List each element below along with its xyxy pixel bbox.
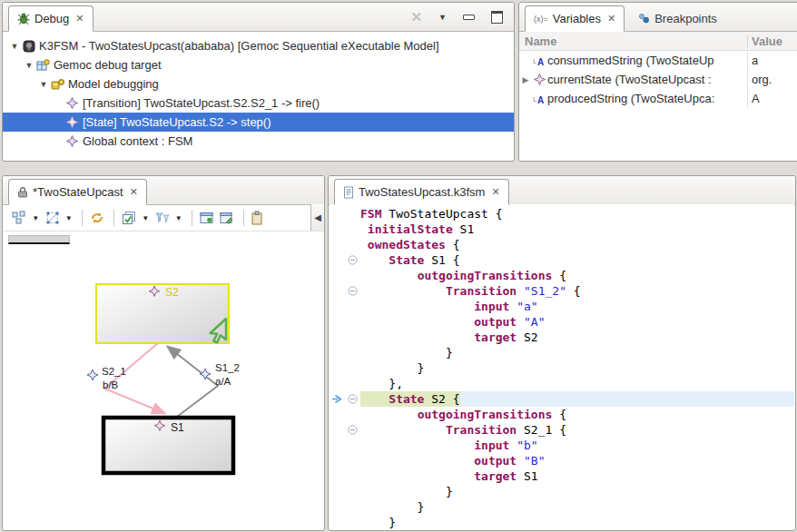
- code-line-text: }: [360, 515, 794, 529]
- column-name[interactable]: Name: [519, 34, 748, 48]
- stack-frame-icon: [64, 135, 80, 147]
- diagram-toolbar: ▾▾▾▾◀: [3, 204, 324, 232]
- layout-button[interactable]: [12, 211, 26, 225]
- code-line[interactable]: target S2: [330, 330, 794, 345]
- transition-label-S2_1[interactable]: S2_1 b/B: [87, 366, 126, 390]
- code-line-text: },: [360, 376, 794, 391]
- tab-breakpoints[interactable]: Breakpoints: [630, 6, 725, 31]
- refresh-button[interactable]: [90, 211, 104, 225]
- transition-name: S2_1: [102, 366, 126, 377]
- variables-column-header: Name Value: [519, 32, 797, 51]
- diagram-canvas[interactable]: S2 S1 S2_1 b/B S1_2 a/A: [4, 232, 323, 529]
- debug-tree-item[interactable]: [Transition] TwoStateUpcast.S2.S2_1 -> f…: [3, 94, 514, 113]
- code-line[interactable]: }: [330, 499, 794, 515]
- model-debugging-icon: [50, 78, 65, 91]
- close-icon[interactable]: ✕: [491, 186, 499, 198]
- code-line[interactable]: outgoingTransitions {: [330, 268, 794, 283]
- code-line[interactable]: output "B": [330, 453, 794, 468]
- state-label-S2: S2: [165, 286, 179, 299]
- code-line[interactable]: }: [330, 484, 794, 499]
- dropdown-arrow-icon[interactable]: ▾: [143, 213, 148, 222]
- code-line[interactable]: }: [330, 345, 794, 360]
- fold-collapse-icon[interactable]: [345, 252, 360, 268]
- expand-arrow-icon[interactable]: ▼: [37, 80, 50, 89]
- toolbar-separator: [243, 210, 244, 226]
- transition-label-S1_2[interactable]: S1_2 a/A: [200, 362, 240, 387]
- paste-button[interactable]: [251, 211, 262, 225]
- dropdown-arrow-icon[interactable]: ▾: [67, 213, 72, 222]
- debug-tree-item-label: Model debugging: [68, 77, 159, 91]
- filters-button[interactable]: [155, 211, 170, 225]
- annotation-ruler: [330, 484, 345, 499]
- code-line[interactable]: }: [330, 515, 794, 529]
- export-as-image-button[interactable]: [200, 211, 214, 225]
- collapse-toolbar-icon[interactable]: ◀: [310, 204, 324, 231]
- code-line[interactable]: ownedStates {: [330, 237, 794, 252]
- debug-tree-item[interactable]: ▼Model debugging: [3, 74, 514, 94]
- diagram-tabstrip: *TwoStateUpcast ✕: [3, 176, 324, 205]
- debug-tree-item[interactable]: ▼K3FSM - TwoStatesUpcast(abababa) [Gemoc…: [3, 36, 514, 55]
- annotation-ruler: [330, 283, 345, 299]
- debug-bug-icon: [17, 13, 30, 25]
- tab-variables[interactable]: (x)= Variables ✕: [525, 5, 625, 32]
- debug-view: Debug ✕ ✕ ▼ ▼K3FSM - TwoStatesUpcast(aba…: [2, 2, 515, 162]
- code-line[interactable]: }: [330, 360, 794, 376]
- variable-row[interactable]: LAconsummedString (TwoStateUpa: [519, 51, 797, 70]
- maximize-icon[interactable]: [491, 11, 503, 24]
- state-node-S1[interactable]: S1: [103, 418, 233, 473]
- code-line-text: }: [360, 345, 794, 360]
- variable-row[interactable]: ▶currentState (TwoStateUpcast :org.: [519, 70, 797, 89]
- tab-debug-label: Debug: [34, 12, 69, 25]
- state-node-S2[interactable]: S2: [96, 284, 229, 343]
- code-line-text: FSM TwoStateUpcast {: [360, 206, 794, 222]
- debug-tree-item[interactable]: Global context : FSM: [3, 132, 514, 151]
- tab-debug[interactable]: Debug ✕: [8, 5, 93, 32]
- code-line[interactable]: FSM TwoStateUpcast {: [330, 206, 794, 222]
- remove-all-terminated-icon[interactable]: ✕: [411, 9, 423, 25]
- debug-tree-item[interactable]: ▼Gemoc debug target: [3, 55, 514, 74]
- arrange-selection-button[interactable]: [45, 211, 60, 225]
- code-line[interactable]: Transition "S1_2" {: [330, 283, 794, 299]
- code-line[interactable]: initialState S1: [330, 222, 794, 237]
- view-menu-icon[interactable]: ▼: [438, 13, 447, 22]
- close-icon[interactable]: ✕: [607, 13, 615, 25]
- expand-arrow-icon[interactable]: ▼: [8, 42, 21, 51]
- expand-arrow-icon[interactable]: ▼: [23, 61, 35, 70]
- tab-diagram[interactable]: *TwoStateUpcast ✕: [8, 179, 147, 205]
- column-value[interactable]: Value: [748, 34, 782, 48]
- dropdown-arrow-icon[interactable]: ▾: [177, 213, 182, 222]
- code-line[interactable]: outgoingTransitions {: [330, 407, 794, 422]
- show-properties-button[interactable]: [220, 211, 234, 225]
- code-line[interactable]: },: [330, 376, 794, 391]
- code-line[interactable]: State S2 {: [330, 391, 794, 407]
- debug-tree-item-label: Global context : FSM: [83, 134, 192, 148]
- code-text-area[interactable]: FSM TwoStateUpcast { initialState S1 own…: [330, 204, 794, 529]
- code-line[interactable]: input "b": [330, 438, 794, 453]
- fold-collapse-icon[interactable]: [345, 283, 360, 299]
- minimize-icon[interactable]: [463, 15, 475, 20]
- paste-icon: [251, 211, 262, 225]
- string-variable-icon: LA: [532, 55, 547, 66]
- close-icon[interactable]: ✕: [75, 13, 84, 25]
- fold-collapse-icon[interactable]: [345, 422, 360, 438]
- fold-collapse-icon[interactable]: [345, 391, 360, 407]
- transition-edge-S2_1[interactable]: [104, 343, 164, 413]
- code-line[interactable]: target S1: [330, 468, 794, 484]
- tab-variables-label: Variables: [553, 12, 601, 25]
- expand-arrow-icon[interactable]: ▶: [519, 75, 532, 84]
- tab-k3fsm-file[interactable]: TwoStatesUpcast.k3fsm ✕: [334, 179, 509, 205]
- transition-edge-S1_2[interactable]: [168, 347, 218, 417]
- debug-tree-item-label: K3FSM - TwoStatesUpcast(abababa) [Gemoc …: [39, 39, 439, 53]
- close-icon[interactable]: ✕: [130, 186, 138, 198]
- variable-value: org.: [748, 73, 772, 86]
- variable-row[interactable]: LAproducedString (TwoStateUpca:A: [519, 89, 797, 108]
- layers-icon: [122, 211, 136, 225]
- code-line[interactable]: input "a": [330, 299, 794, 314]
- code-line[interactable]: State S1 {: [330, 252, 794, 268]
- layers-button[interactable]: [122, 211, 136, 225]
- svg-text:A: A: [537, 94, 544, 104]
- debug-tree-item[interactable]: [State] TwoStateUpcast.S2 -> step(): [3, 113, 514, 132]
- code-line[interactable]: output "A": [330, 314, 794, 330]
- dropdown-arrow-icon[interactable]: ▾: [34, 213, 38, 222]
- code-line[interactable]: Transition S2_1 {: [330, 422, 794, 438]
